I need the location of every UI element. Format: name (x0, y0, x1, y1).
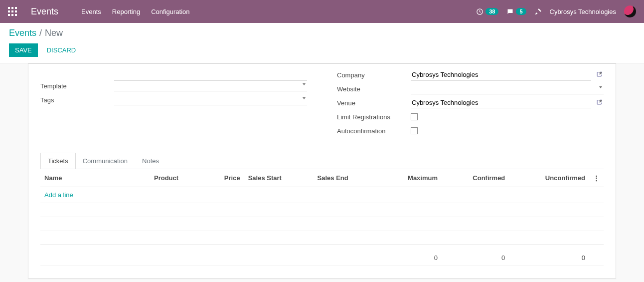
form-sheet: Template Tags Company (28, 63, 616, 279)
save-button[interactable]: SAVE (9, 43, 38, 57)
col-maximum[interactable]: Maximum (378, 169, 442, 187)
col-confirmed[interactable]: Confirmed (442, 169, 509, 187)
total-maximum: 0 (378, 245, 442, 266)
chat-icon (506, 8, 514, 15)
external-link-icon[interactable] (595, 70, 604, 80)
col-unconfirmed[interactable]: Unconfirmed (509, 169, 589, 187)
name-field[interactable] (114, 69, 307, 80)
col-product[interactable]: Product (150, 169, 204, 187)
menu-events[interactable]: Events (81, 8, 101, 15)
col-sales-start[interactable]: Sales Start (244, 169, 314, 187)
breadcrumb-current: New (45, 28, 63, 38)
menu-reporting[interactable]: Reporting (112, 8, 140, 15)
external-link-icon[interactable] (595, 98, 604, 108)
tickets-table: Name Product Price Sales Start Sales End… (40, 169, 604, 266)
label-limit-registrations: Limit Registrations (337, 113, 411, 121)
breadcrumb-sep: / (39, 28, 42, 38)
website-field[interactable] (411, 83, 604, 94)
discard-button[interactable]: DISCARD (47, 46, 76, 54)
label-autoconfirmation: Autoconfirmation (337, 127, 411, 135)
app-title[interactable]: Events (31, 6, 58, 17)
notebook: Tickets Communication Notes Name Product… (40, 153, 604, 266)
col-name[interactable]: Name (40, 169, 150, 187)
venue-field[interactable] (411, 97, 591, 108)
tags-field[interactable] (114, 94, 307, 105)
label-venue: Venue (337, 99, 411, 107)
clock-icon (476, 8, 483, 15)
add-a-line[interactable]: Add a line (40, 187, 604, 203)
top-navbar: Events Events Reporting Configuration 38… (0, 0, 644, 23)
tab-tickets[interactable]: Tickets (40, 153, 76, 169)
label-company: Company (337, 71, 411, 79)
total-unconfirmed: 0 (509, 245, 589, 266)
top-menu: Events Reporting Configuration (81, 8, 189, 15)
tab-notes[interactable]: Notes (135, 153, 166, 169)
limit-registrations-checkbox[interactable] (411, 113, 418, 120)
label-tags: Tags (40, 96, 114, 104)
activities-indicator[interactable]: 38 (476, 8, 498, 15)
tab-communication[interactable]: Communication (75, 153, 135, 169)
label-template: Template (40, 82, 114, 90)
company-field[interactable] (411, 69, 591, 80)
breadcrumb-root[interactable]: Events (9, 28, 36, 38)
total-confirmed: 0 (442, 245, 509, 266)
autoconfirmation-checkbox[interactable] (411, 127, 418, 134)
label-website: Website (337, 85, 411, 93)
col-sales-end[interactable]: Sales End (314, 169, 379, 187)
breadcrumb: Events / New (9, 28, 635, 38)
optional-columns-toggle[interactable]: ⋮ (589, 169, 604, 187)
template-field[interactable] (114, 80, 307, 91)
debug-icon[interactable] (534, 8, 542, 15)
totals-row: 0 0 0 (40, 245, 604, 266)
systray: 38 5 Cybrosys Technologies (476, 5, 636, 17)
discuss-indicator[interactable]: 5 (506, 8, 526, 15)
col-price[interactable]: Price (204, 169, 244, 187)
apps-icon[interactable] (8, 7, 17, 16)
avatar[interactable] (624, 5, 636, 17)
activities-badge: 38 (485, 8, 498, 15)
user-name[interactable]: Cybrosys Technologies (550, 8, 616, 15)
table-row[interactable] (40, 231, 604, 245)
control-panel: Events / New SAVE DISCARD (0, 23, 644, 63)
menu-configuration[interactable]: Configuration (151, 8, 189, 15)
table-row[interactable] (40, 203, 604, 217)
table-row[interactable] (40, 217, 604, 231)
discuss-badge: 5 (516, 8, 526, 15)
